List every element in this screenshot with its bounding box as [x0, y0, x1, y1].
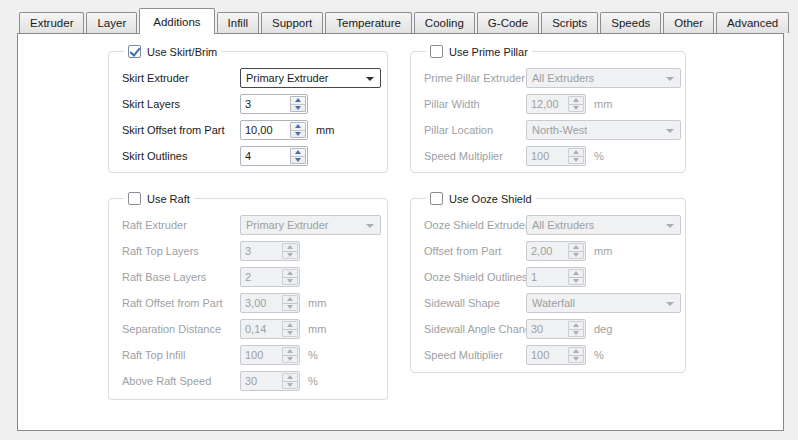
spin-up-icon — [283, 244, 297, 252]
setting-row: Separation Distance 0,14 mm — [122, 319, 387, 339]
dropdown-value: Waterfall — [532, 297, 575, 309]
use-skirt-brim-checkbox[interactable] — [128, 45, 141, 58]
setting-label: Separation Distance — [122, 323, 240, 335]
tab-advanced[interactable]: Advanced — [716, 12, 789, 33]
ooze-speed-multiplier-spinner: 100 — [526, 345, 586, 365]
tab-gcode[interactable]: G-Code — [477, 12, 539, 33]
setting-label: Raft Top Infill — [122, 349, 240, 361]
spinner-buttons — [568, 243, 584, 259]
setting-label: Skirt Layers — [122, 98, 240, 110]
chevron-down-icon — [366, 77, 374, 81]
ooze-shield-extruder-dropdown: All Extruders — [526, 215, 681, 235]
setting-label: Raft Top Layers — [122, 245, 240, 257]
spin-up-icon — [283, 322, 297, 330]
spin-up-icon[interactable] — [291, 97, 305, 105]
spin-down-icon[interactable] — [291, 105, 305, 112]
spin-down-icon — [283, 278, 297, 285]
spinner-value: 10,00 — [241, 121, 289, 139]
group-use-raft: Use Raft Raft Extruder Primary Extruder … — [108, 192, 388, 400]
chevron-down-icon — [666, 129, 674, 133]
setting-row: Raft Offset from Part 3,00 mm — [122, 293, 387, 313]
skirt-offset-spinner[interactable]: 10,00 — [240, 120, 308, 140]
sidewall-angle-spinner: 30 — [526, 319, 586, 339]
unit-label: mm — [594, 245, 612, 257]
tab-speeds[interactable]: Speeds — [600, 12, 661, 33]
offset-from-part-spinner: 2,00 — [526, 241, 586, 261]
tab-temperature[interactable]: Temperature — [325, 12, 412, 33]
unit-label: % — [594, 150, 604, 162]
spin-up-icon — [569, 97, 583, 105]
spinner-value: 1 — [527, 268, 567, 286]
spin-down-icon[interactable] — [291, 157, 305, 164]
setting-row: Prime Pillar Extruder All Extruders — [424, 68, 685, 88]
setting-row: Raft Extruder Primary Extruder — [122, 215, 387, 235]
spin-down-icon — [569, 157, 583, 164]
setting-label: Sidewall Shape — [424, 297, 526, 309]
setting-row: Speed Multiplier 100 % — [424, 345, 685, 365]
spin-down-icon[interactable] — [291, 131, 305, 138]
setting-label: Prime Pillar Extruder — [424, 72, 526, 84]
chevron-down-icon — [666, 224, 674, 228]
spinner-buttons — [282, 347, 298, 363]
setting-row: Sidewall Angle Change 30 deg — [424, 319, 685, 339]
tab-additions[interactable]: Additions — [139, 8, 214, 34]
tab-cooling[interactable]: Cooling — [414, 12, 475, 33]
skirt-layers-spinner[interactable]: 3 — [240, 94, 308, 114]
setting-row: Offset from Part 2,00 mm — [424, 241, 685, 261]
spinner-value: 2,00 — [527, 242, 567, 260]
chevron-down-icon — [666, 77, 674, 81]
spin-up-icon — [569, 348, 583, 356]
setting-label: Offset from Part — [424, 245, 526, 257]
dropdown-value: All Extruders — [532, 72, 594, 84]
group-rows: Raft Extruder Primary Extruder Raft Top … — [122, 215, 387, 391]
group-use-skirt-brim: Use Skirt/Brim Skirt Extruder Primary Ex… — [108, 45, 388, 173]
pillar-width-spinner: 12,00 — [526, 94, 586, 114]
ooze-outlines-spinner: 1 — [526, 267, 586, 287]
unit-label: mm — [316, 124, 334, 136]
group-rows: Skirt Extruder Primary Extruder Skirt La… — [122, 68, 387, 166]
separation-distance-spinner: 0,14 — [240, 319, 300, 339]
setting-row: Ooze Shield Outlines 1 — [424, 267, 685, 287]
tab-infill[interactable]: Infill — [217, 12, 259, 33]
setting-label: Speed Multiplier — [424, 349, 526, 361]
spin-up-icon — [283, 296, 297, 304]
unit-label: deg — [594, 323, 612, 335]
chevron-down-icon — [366, 224, 374, 228]
setting-label: Above Raft Speed — [122, 375, 240, 387]
use-raft-checkbox[interactable] — [128, 192, 141, 205]
tab-layer[interactable]: Layer — [86, 12, 137, 33]
use-ooze-shield-checkbox[interactable] — [430, 192, 443, 205]
unit-label: % — [594, 349, 604, 361]
tab-scripts[interactable]: Scripts — [541, 12, 598, 33]
group-title: Use Prime Pillar — [449, 46, 528, 58]
spinner-buttons[interactable] — [290, 122, 306, 138]
group-legend: Use Skirt/Brim — [124, 45, 221, 58]
setting-label: Ooze Shield Extruder — [424, 219, 526, 231]
tab-other[interactable]: Other — [663, 12, 714, 33]
group-rows: Prime Pillar Extruder All Extruders Pill… — [424, 68, 685, 166]
spin-up-icon[interactable] — [291, 149, 305, 157]
unit-label: % — [308, 349, 318, 361]
spin-up-icon — [569, 149, 583, 157]
group-title: Use Skirt/Brim — [147, 46, 217, 58]
spin-up-icon[interactable] — [291, 123, 305, 131]
skirt-extruder-dropdown[interactable]: Primary Extruder — [240, 68, 381, 88]
spinner-buttons[interactable] — [290, 148, 306, 164]
spinner-buttons[interactable] — [290, 96, 306, 112]
spinner-value: 0,14 — [241, 320, 281, 338]
raft-top-infill-spinner: 100 — [240, 345, 300, 365]
skirt-outlines-spinner[interactable]: 4 — [240, 146, 308, 166]
setting-label: Pillar Width — [424, 98, 526, 110]
group-legend: Use Prime Pillar — [426, 45, 532, 58]
use-prime-pillar-checkbox[interactable] — [430, 45, 443, 58]
spin-down-icon — [569, 278, 583, 285]
spin-down-icon — [283, 252, 297, 259]
spin-down-icon — [283, 304, 297, 311]
spinner-value: 100 — [527, 147, 567, 165]
tab-extruder[interactable]: Extruder — [19, 12, 84, 33]
setting-row: Skirt Outlines 4 — [122, 146, 387, 166]
spinner-buttons — [568, 96, 584, 112]
unit-label: mm — [594, 98, 612, 110]
spin-down-icon — [569, 330, 583, 337]
tab-support[interactable]: Support — [261, 12, 323, 33]
